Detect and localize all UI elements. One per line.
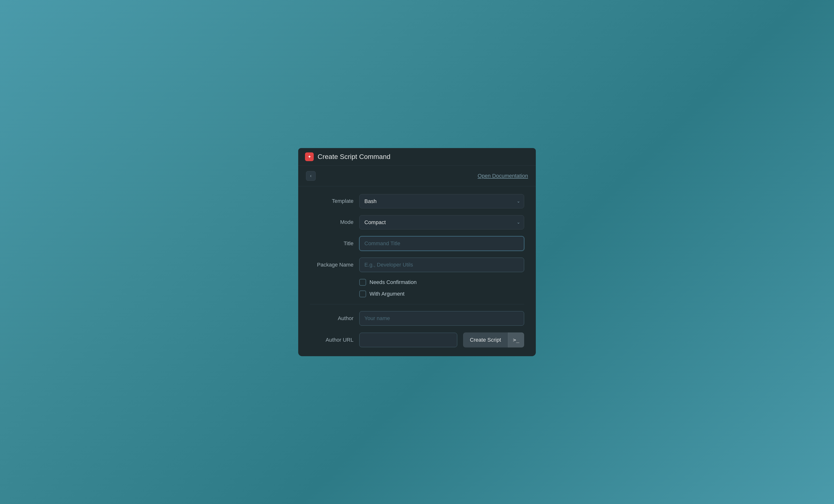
needs-confirmation-checkbox[interactable] xyxy=(359,279,366,286)
checkboxes-section: Needs Confirmation With Argument xyxy=(359,279,524,297)
app-icon: ✦ xyxy=(305,153,314,161)
title-label: Title xyxy=(310,240,353,247)
template-label: Template xyxy=(310,198,353,204)
author-input[interactable] xyxy=(359,311,524,326)
package-name-input[interactable] xyxy=(359,257,524,272)
author-row: Author xyxy=(310,311,524,326)
section-divider xyxy=(310,304,524,304)
author-url-label: Author URL xyxy=(310,337,353,343)
dialog-footer: Author URL https://github.com/stuvrt Cre… xyxy=(298,333,536,356)
package-name-label: Package Name xyxy=(310,262,353,268)
template-select-wrapper: Bash Python Ruby Swift Node.js AppleScri… xyxy=(359,194,524,208)
create-script-icon-button[interactable]: >_ xyxy=(508,333,524,347)
create-script-button-group: Create Script >_ xyxy=(463,333,524,347)
create-script-button[interactable]: Create Script xyxy=(463,333,508,347)
needs-confirmation-label: Needs Confirmation xyxy=(370,279,417,285)
window-title: Create Script Command xyxy=(317,153,390,161)
package-name-row: Package Name xyxy=(310,257,524,272)
author-url-input[interactable]: https://github.com/stuvrt xyxy=(359,333,457,347)
title-input[interactable] xyxy=(359,236,524,251)
needs-confirmation-row[interactable]: Needs Confirmation xyxy=(359,279,524,286)
mode-label: Mode xyxy=(310,219,353,225)
with-argument-checkbox[interactable] xyxy=(359,291,366,297)
back-button[interactable]: ‹ xyxy=(306,171,316,181)
mode-select[interactable]: Compact Fullscreen Inline xyxy=(359,215,524,229)
dialog-header: ‹ Open Documentation xyxy=(298,166,536,186)
with-argument-row[interactable]: With Argument xyxy=(359,291,524,297)
author-label: Author xyxy=(310,315,353,322)
template-row: Template Bash Python Ruby Swift Node.js … xyxy=(310,194,524,208)
mode-row: Mode Compact Fullscreen Inline ⌄ xyxy=(310,215,524,229)
chevron-left-icon: ‹ xyxy=(310,173,311,178)
template-select[interactable]: Bash Python Ruby Swift Node.js AppleScri… xyxy=(359,194,524,208)
footer-row: Author URL https://github.com/stuvrt Cre… xyxy=(310,333,524,347)
window-container: ✦ Create Script Command ‹ Open Documenta… xyxy=(298,148,536,356)
with-argument-label: With Argument xyxy=(370,291,404,297)
dialog: ‹ Open Documentation Template Bash Pytho… xyxy=(298,165,536,356)
open-documentation-link[interactable]: Open Documentation xyxy=(478,173,528,179)
title-bar: ✦ Create Script Command xyxy=(298,148,536,165)
dialog-body: Template Bash Python Ruby Swift Node.js … xyxy=(298,186,536,326)
mode-select-wrapper: Compact Fullscreen Inline ⌄ xyxy=(359,215,524,229)
title-row: Title xyxy=(310,236,524,251)
terminal-icon: >_ xyxy=(513,337,520,343)
